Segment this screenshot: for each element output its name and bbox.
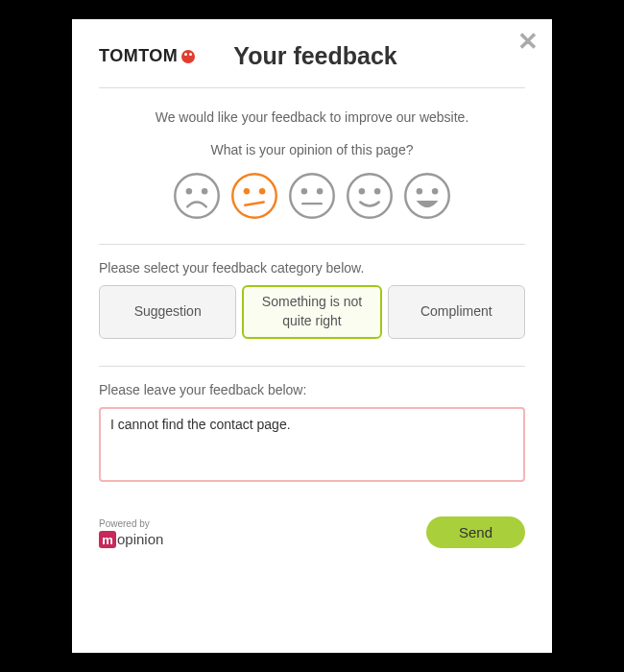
svg-point-10 bbox=[359, 188, 366, 195]
face-very-sad-icon[interactable] bbox=[172, 171, 222, 221]
send-button[interactable]: Send bbox=[426, 516, 525, 548]
category-group: Suggestion Something is not quite right … bbox=[99, 285, 525, 367]
svg-point-1 bbox=[186, 188, 193, 195]
svg-point-9 bbox=[348, 174, 392, 218]
logo-icon bbox=[181, 50, 195, 63]
logo-text: TOMTOM bbox=[99, 46, 178, 66]
modal-title: Your feedback bbox=[233, 42, 396, 70]
face-neutral-icon[interactable] bbox=[287, 171, 337, 221]
svg-point-11 bbox=[374, 188, 381, 195]
feedback-textarea[interactable] bbox=[99, 407, 525, 482]
powered-by-label: Powered by bbox=[99, 518, 163, 529]
face-very-happy-icon[interactable] bbox=[402, 171, 452, 221]
face-happy-icon[interactable] bbox=[345, 171, 395, 221]
feedback-modal: ✕ TOMTOM Your feedback We would like you… bbox=[72, 19, 552, 653]
feedback-label: Please leave your feedback below: bbox=[99, 367, 525, 407]
opinion-question: What is your opinion of this page? bbox=[99, 142, 525, 171]
face-sad-icon[interactable] bbox=[229, 171, 279, 221]
svg-point-5 bbox=[259, 188, 266, 195]
intro-text: We would like your feedback to improve o… bbox=[99, 88, 525, 142]
svg-point-6 bbox=[290, 174, 334, 218]
powered-by: Powered by m opinion bbox=[99, 518, 163, 549]
svg-point-13 bbox=[417, 188, 423, 195]
tomtom-logo: TOMTOM bbox=[99, 46, 195, 66]
svg-point-4 bbox=[244, 188, 251, 195]
category-label: Please select your feedback category bel… bbox=[99, 245, 525, 285]
close-icon[interactable]: ✕ bbox=[517, 29, 539, 54]
category-problem-button[interactable]: Something is not quite right bbox=[242, 285, 381, 339]
rating-faces bbox=[99, 171, 525, 245]
mopinion-logo: m opinion bbox=[99, 531, 163, 549]
svg-point-12 bbox=[405, 174, 449, 218]
svg-point-7 bbox=[301, 188, 308, 195]
svg-point-3 bbox=[232, 174, 276, 218]
modal-header: TOMTOM Your feedback bbox=[99, 42, 525, 88]
svg-point-8 bbox=[317, 188, 324, 195]
svg-point-14 bbox=[432, 188, 439, 195]
mopinion-m-icon: m bbox=[99, 531, 116, 548]
category-compliment-button[interactable]: Compliment bbox=[388, 285, 525, 339]
mopinion-text: opinion bbox=[117, 531, 163, 547]
category-suggestion-button[interactable]: Suggestion bbox=[99, 285, 236, 339]
svg-point-0 bbox=[175, 174, 219, 218]
modal-footer: Powered by m opinion Send bbox=[99, 516, 525, 548]
svg-point-2 bbox=[202, 188, 208, 195]
